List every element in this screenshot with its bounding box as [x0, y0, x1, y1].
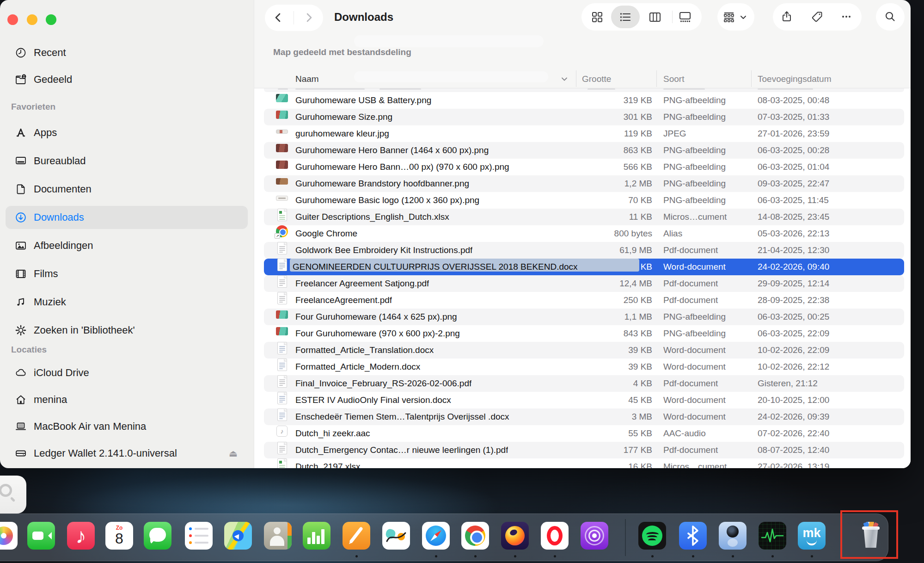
file-icon [276, 209, 288, 221]
sidebar-item-ledger[interactable]: Ledger Wallet 2.141.0-universal⏏ [6, 442, 248, 465]
document-icon [14, 182, 28, 196]
dock-icon-opera[interactable] [541, 522, 569, 550]
zoom-window-button[interactable] [46, 14, 56, 25]
magnifier-icon [0, 484, 12, 497]
file-row[interactable]: Dutch_2197.xlsx16 KBMicros…cument27-02-2… [264, 458, 904, 468]
file-name: Final_Invoice_February_RS-2026-02-006.pd… [295, 375, 471, 392]
dock-icon-firefox[interactable] [501, 522, 529, 550]
file-row[interactable]: ♪Dutch_hi zeekr.aac55 KBAAC-audio07-02-2… [264, 425, 904, 442]
file-row[interactable]: Guiter Descriptions_English_Dutch.xlsx11… [264, 209, 904, 225]
file-row[interactable]: Guruhomeware Hero Banner (1464 x 600 px)… [264, 142, 904, 159]
dock-icon-podcasts[interactable] [581, 522, 608, 550]
file-icon [276, 458, 288, 468]
sidebar-item-downloads[interactable]: Downloads [6, 206, 248, 229]
file-size: 45 KB [560, 392, 652, 408]
group-button[interactable] [717, 3, 754, 31]
file-row[interactable]: Guruhomeware Brandstory hoofdbanner.png1… [264, 175, 904, 192]
search-icon [883, 10, 897, 24]
file-icon [276, 242, 288, 254]
sidebar-item-macbook[interactable]: MacBook Air van Menina [6, 415, 248, 438]
file-row[interactable]: Formatted_Article_Modern.docx39 KBWord-d… [264, 359, 904, 375]
column-view-button[interactable] [648, 10, 662, 24]
file-row[interactable]: ESTER IV AudioOnly Final version.docx45 … [264, 392, 904, 408]
file-row[interactable]: guruhomeware kleur.jpg119 KBJPEG27-01-20… [264, 125, 904, 142]
dock-icon-maps[interactable] [224, 522, 252, 550]
dock-icon-safari[interactable] [422, 522, 450, 550]
sidebar-item-documenten[interactable]: Documenten [6, 178, 248, 201]
file-row[interactable]: Enschedeër Tiemen Stem…Talentprijs Overi… [264, 408, 904, 425]
file-row[interactable]: Formatted_Article_Translation.docx39 KBW… [264, 342, 904, 359]
sidebar-item-afbeeldingen[interactable]: Afbeeldingen [6, 234, 248, 257]
sidebar-item-icloud[interactable]: iCloud Drive [6, 361, 248, 384]
file-list: Guruhomeware USB & Battery.png319 KBPNG-… [254, 88, 911, 468]
nav-buttons [265, 5, 323, 31]
column-header-date[interactable]: Toevoegingsdatum [758, 74, 832, 84]
file-row[interactable]: Freelancer Agreement Satjong.pdf12,4 MBP… [264, 275, 904, 292]
sidebar-item-films[interactable]: Films [6, 262, 248, 285]
sidebar-item-muziek[interactable]: Muziek [6, 291, 248, 314]
column-header-size[interactable]: Grootte [582, 74, 611, 84]
icon-view-button[interactable] [590, 10, 604, 24]
file-row[interactable]: Four Guruhomeware (970 x 600 px)-2.png84… [264, 325, 904, 342]
sidebar-item-zoeken[interactable]: Zoeken in 'Bibliotheek' [6, 319, 248, 342]
dock-icon-freeform[interactable] [382, 522, 410, 550]
toolbar-actions [773, 3, 862, 31]
dock-icon-calendar[interactable]: Zo8 [105, 522, 133, 550]
sidebar-item-gedeeld[interactable]: Gedeeld [6, 68, 248, 91]
finder-window: RecentGedeeldFavorietenAppsBureaubladDoc… [0, 0, 911, 468]
file-row[interactable]: Guruhomeware Basic logo (1200 x 360 px).… [264, 192, 904, 209]
dock-icon-mk[interactable]: mk [798, 522, 826, 550]
file-name: Freelancer Agreement Satjong.pdf [295, 275, 429, 292]
file-row[interactable]: FreelanceAgreement.pdf250 KBPdf-document… [264, 292, 904, 309]
dock-icon-music[interactable]: ♪ [67, 522, 95, 550]
back-button[interactable] [271, 11, 285, 25]
file-row[interactable]: Goldwork Bee Embroidery Kit Instructions… [264, 242, 904, 259]
share-button[interactable] [780, 10, 794, 24]
column-header-name[interactable]: Naam [295, 74, 319, 84]
minimize-window-button[interactable] [27, 14, 37, 25]
file-kind: Word-document [663, 342, 726, 359]
dock-icon-photos[interactable] [0, 522, 18, 550]
sidebar-item-apps[interactable]: Apps [6, 121, 248, 144]
list-view-button[interactable] [618, 10, 632, 24]
dock-icon-bluetooth[interactable] [679, 522, 707, 550]
sort-chevron-icon [561, 75, 568, 85]
sidebar-item-label: Films [34, 268, 58, 280]
spotlight-widget[interactable] [0, 476, 26, 514]
more-button[interactable] [839, 10, 853, 24]
eject-icon[interactable]: ⏏ [229, 448, 238, 459]
dock-icon-facetime[interactable] [27, 522, 55, 550]
file-row[interactable]: Four Guruhomeware (1464 x 625 px).png1,1… [264, 309, 904, 325]
gallery-view-button[interactable] [678, 10, 692, 24]
file-row[interactable]: Guruhomeware Size.png301 KBPNG-afbeeldin… [264, 109, 904, 125]
search-button[interactable] [876, 3, 905, 31]
file-row[interactable]: GENOMINEERDEN CULTUURPRIJS OVERIJSSEL 20… [264, 259, 904, 275]
dock-icon-contacts[interactable] [264, 522, 292, 550]
sidebar-item-menina[interactable]: menina [6, 388, 248, 411]
file-icon [276, 109, 288, 121]
file-row[interactable]: Google Chrome800 bytesAlias05-03-2026, 2… [264, 225, 904, 242]
dock-icon-vitals[interactable] [759, 522, 786, 550]
dock-icon-camapp[interactable] [719, 522, 747, 550]
file-row[interactable]: Guruhomeware Hero Bann…00 px) (970 x 600… [264, 159, 904, 175]
sidebar-section-locaties: Locaties [11, 345, 47, 355]
tag-button[interactable] [810, 10, 824, 24]
sidebar-item-recent[interactable]: Recent [6, 41, 248, 64]
dock-icon-chrome[interactable] [461, 522, 489, 550]
dock-icon-spotify[interactable] [638, 522, 666, 550]
dock-icon-numbers[interactable] [303, 522, 330, 550]
file-size: KB [560, 259, 652, 275]
chevron-down-icon [740, 13, 747, 21]
sidebar: RecentGedeeldFavorietenAppsBureaubladDoc… [0, 0, 254, 468]
sidebar-item-bureaublad[interactable]: Bureaublad [6, 149, 248, 173]
column-header-kind[interactable]: Soort [663, 74, 684, 84]
dock-icon-reminders[interactable] [185, 522, 213, 550]
file-row[interactable]: Dutch_Emergency Contac…r nieuwe leerling… [264, 442, 904, 458]
file-row[interactable]: Guruhomeware USB & Battery.png319 KBPNG-… [264, 92, 904, 109]
file-row[interactable]: Final_Invoice_February_RS-2026-02-006.pd… [264, 375, 904, 392]
dock-icon-pages[interactable] [343, 522, 370, 550]
close-window-button[interactable] [7, 14, 18, 25]
file-kind: Pdf-document [663, 442, 718, 458]
forward-button[interactable] [302, 11, 316, 25]
dock-icon-messages[interactable] [144, 522, 171, 550]
